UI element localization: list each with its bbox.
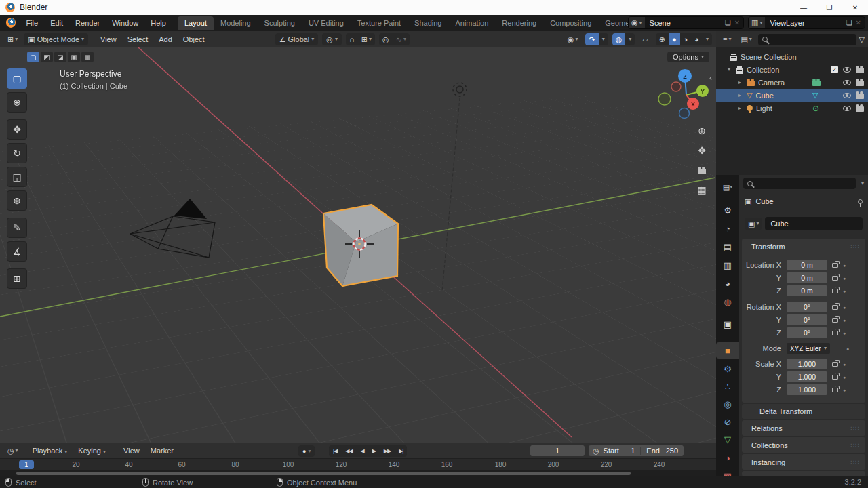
tab-material[interactable]: ◑: [716, 449, 739, 466]
animate-dot-icon[interactable]: ●: [843, 375, 846, 380]
scale-x-field[interactable]: 1.000: [787, 359, 827, 369]
xray-toggle[interactable]: ▱: [639, 33, 651, 45]
select-mode-set[interactable]: ▢: [27, 52, 39, 62]
disclosure-icon[interactable]: ▾: [726, 66, 732, 73]
record-icon[interactable]: ●: [302, 448, 306, 455]
options-dropdown[interactable]: Options▾: [667, 52, 709, 62]
scene-name[interactable]: Scene: [645, 19, 722, 27]
animate-dot-icon[interactable]: ●: [843, 305, 846, 310]
next-keyframe-button[interactable]: ▶▶: [380, 448, 395, 454]
snap-toggle[interactable]: ∩: [346, 33, 358, 45]
disclosure-icon[interactable]: ▸: [736, 79, 743, 85]
select-mode-extend[interactable]: ◩: [41, 52, 53, 62]
cube-object[interactable]: [323, 205, 398, 286]
lock-icon[interactable]: [832, 388, 838, 392]
camera-view-icon[interactable]: [694, 163, 709, 178]
tab-rendering[interactable]: Rendering: [495, 16, 543, 30]
pan-icon[interactable]: ✥: [694, 143, 709, 158]
menu-edit[interactable]: Edit: [44, 17, 69, 29]
menu-marker[interactable]: Marker: [145, 447, 179, 455]
start-frame-field[interactable]: Start1: [604, 447, 642, 455]
outliner-row-cube[interactable]: ▸ ▽ Cube ▽: [716, 89, 868, 102]
relations-panel[interactable]: Relations∷∷: [742, 420, 865, 436]
shading-wireframe-button[interactable]: ⊕: [656, 33, 669, 45]
disclosure-icon[interactable]: ▸: [736, 105, 743, 111]
zoom-icon[interactable]: ⊕: [694, 123, 709, 138]
panel-grip-icon[interactable]: ∷∷: [851, 459, 860, 466]
tab-render[interactable]: ◔: [716, 220, 739, 237]
proportional-edit-toggle[interactable]: ◎: [379, 33, 393, 45]
editor-type-selector[interactable]: ⊞▾: [4, 33, 21, 45]
menu-file[interactable]: File: [20, 17, 44, 29]
tab-constraints[interactable]: ⊘: [716, 413, 739, 430]
scrollbar-thumb[interactable]: [16, 472, 631, 475]
tool-select-box[interactable]: ▢: [7, 68, 27, 89]
jump-to-start-button[interactable]: |◀: [329, 448, 341, 454]
object-name-field[interactable]: Cube: [765, 217, 863, 230]
maximize-button[interactable]: ❐: [816, 0, 842, 15]
play-button[interactable]: ▶: [368, 448, 380, 454]
play-reverse-button[interactable]: ◀: [357, 448, 368, 454]
collections-panel[interactable]: Collections∷∷: [742, 437, 865, 453]
tool-transform[interactable]: ⊛: [7, 190, 27, 211]
show-overlays-toggle[interactable]: ◍: [612, 33, 626, 45]
lock-icon[interactable]: [832, 318, 838, 323]
disclosure-icon[interactable]: ▸: [736, 92, 743, 98]
ortho-toggle-icon[interactable]: ▦: [694, 182, 709, 197]
disable-render-icon[interactable]: [856, 81, 864, 86]
outliner-editor-selector[interactable]: ≡▾: [719, 33, 734, 45]
animate-dot-icon[interactable]: ●: [843, 263, 846, 268]
transform-orientation-dropdown[interactable]: ∠ Global ▾: [275, 33, 319, 45]
tab-sculpting[interactable]: Sculpting: [258, 16, 302, 30]
tab-modeling[interactable]: Modeling: [214, 16, 258, 30]
outliner-display-mode[interactable]: ▤▾: [737, 33, 755, 45]
menu-keying[interactable]: Keying ▾: [73, 447, 111, 455]
animate-dot-icon[interactable]: ●: [843, 362, 846, 367]
tool-rotate[interactable]: ↻: [7, 143, 27, 163]
scale-z-field[interactable]: 1.000: [787, 384, 827, 395]
menu-select[interactable]: Select: [122, 35, 154, 43]
menu-add[interactable]: Add: [153, 35, 178, 43]
lock-icon[interactable]: [832, 331, 838, 336]
animate-dot-icon[interactable]: ●: [843, 276, 846, 281]
shading-rendered-button[interactable]: ◕: [691, 33, 703, 45]
animate-dot-icon[interactable]: ●: [843, 388, 846, 392]
animate-dot-icon[interactable]: ●: [843, 318, 846, 323]
light-object[interactable]: [442, 83, 467, 291]
outliner-row-scene-collection[interactable]: Scene Collection: [716, 50, 868, 63]
properties-search-input[interactable]: [743, 178, 856, 189]
current-frame-field[interactable]: 1: [530, 445, 585, 456]
tool-scale[interactable]: ◱: [7, 167, 27, 187]
panel-grip-icon[interactable]: ∷∷: [851, 243, 860, 250]
playhead[interactable]: 1: [19, 460, 34, 469]
menu-view[interactable]: View: [95, 35, 122, 43]
jump-to-end-button[interactable]: ▶|: [395, 448, 407, 454]
outliner-row-light[interactable]: ▸ Light ⊙: [716, 102, 868, 115]
hide-viewport-icon[interactable]: [843, 67, 851, 73]
tab-tool[interactable]: ⚙: [716, 202, 739, 218]
tab-compositing[interactable]: Compositing: [543, 16, 598, 30]
tool-annotate[interactable]: ✎: [7, 218, 27, 238]
tool-cursor[interactable]: ⊕: [7, 92, 27, 113]
instancing-panel[interactable]: Instancing∷∷: [742, 454, 865, 470]
gizmo-dropdown[interactable]: ▾: [599, 33, 608, 45]
object-visibility-dropdown[interactable]: ◉▾: [564, 33, 582, 45]
animate-dot-icon[interactable]: ●: [846, 346, 849, 351]
tool-measure[interactable]: ∡: [7, 241, 27, 262]
lock-icon[interactable]: [832, 375, 838, 380]
panel-grip-icon[interactable]: ∷∷: [851, 425, 860, 432]
overlays-dropdown[interactable]: ▾: [625, 33, 635, 45]
lock-icon[interactable]: [832, 276, 838, 281]
disable-render-icon[interactable]: [856, 106, 864, 112]
location-y-field[interactable]: 0 m: [787, 272, 827, 283]
transform-panel-header[interactable]: Transform ∷∷: [742, 239, 865, 254]
viewlayer-browse-button[interactable]: ▥▾: [749, 17, 765, 28]
properties-options-icon[interactable]: ▾: [861, 181, 864, 186]
disable-render-icon[interactable]: [856, 94, 864, 99]
filter-icon[interactable]: ▽: [859, 36, 865, 43]
hide-viewport-icon[interactable]: [843, 80, 851, 85]
timeline-ruler[interactable]: 20 40 60 80 100 120 140 160 180 200 220 …: [0, 458, 716, 470]
tab-uv-editing[interactable]: UV Editing: [302, 16, 351, 30]
rotation-mode-dropdown[interactable]: XYZ Euler▾: [787, 343, 830, 354]
tab-object[interactable]: ■: [716, 342, 739, 359]
